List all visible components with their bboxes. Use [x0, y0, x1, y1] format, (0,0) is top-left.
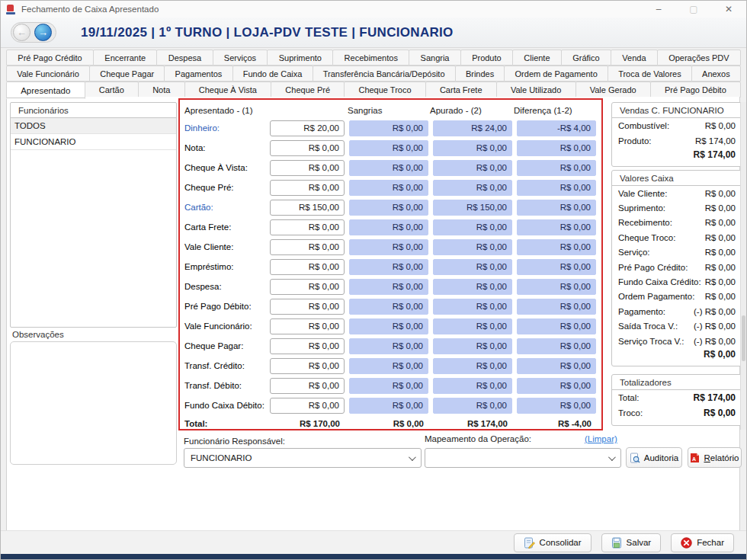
tab-pre-pago-debito[interactable]: Pré Pago Débito — [650, 82, 741, 98]
panel-row-cheque-troco: Cheque Troco:R$ 0,00 — [612, 230, 742, 245]
header-bar: ← → 19/11/2025 | 1º TURNO | LOJA-PDV TES… — [1, 18, 746, 48]
apresentado-input[interactable]: R$ 20,00 — [270, 120, 345, 136]
panel-row-label: Recebimento: — [618, 218, 672, 227]
tab-anexos[interactable]: Anexos — [691, 66, 741, 82]
save-icon — [611, 537, 622, 549]
consolidate-button[interactable]: Consolidar — [514, 533, 592, 552]
observations-textarea[interactable] — [10, 341, 177, 465]
document-pencil-icon — [524, 537, 535, 549]
apresentado-input[interactable]: R$ 0,00 — [270, 358, 345, 374]
tab-operacoes-pdv[interactable]: Operações PDV — [657, 50, 741, 66]
tab-apresentado[interactable]: Apresentado — [6, 82, 85, 99]
tab-recebimentos[interactable]: Recebimentos — [332, 50, 409, 66]
tab-produto[interactable]: Produto — [460, 50, 513, 66]
apresentado-input[interactable]: R$ 0,00 — [270, 398, 345, 414]
tab-troca-de-valores[interactable]: Troca de Valores — [608, 66, 692, 82]
clear-mapping-link[interactable]: (Limpar) — [585, 434, 617, 443]
tab-cheque-pre[interactable]: Cheque Pré — [271, 82, 345, 98]
diferenca-cell: R$ 0,00 — [517, 219, 596, 235]
apurado-cell: R$ 0,00 — [433, 378, 512, 394]
sales-panel: Vendas C. FUNCIONARIO Combustível:R$ 0,0… — [611, 102, 742, 167]
tab-row-1: Pré Pago CréditoEncerranteDespesaServiço… — [6, 50, 740, 66]
save-button[interactable]: Salvar — [601, 533, 662, 552]
employee-item-todos[interactable]: TODOS — [11, 118, 176, 134]
apresentado-input[interactable]: R$ 0,00 — [270, 239, 345, 255]
tab-brindes[interactable]: Brindes — [455, 66, 505, 82]
sangrias-cell: R$ 0,00 — [349, 378, 428, 394]
apurado-cell: R$ 0,00 — [433, 219, 512, 235]
nav-forward-icon[interactable]: → — [34, 24, 52, 41]
employees-list-title: Funcionários — [11, 103, 176, 118]
panel-row-ordem-pagamento: Ordem Pagamento:R$ 0,00 — [612, 290, 742, 304]
panel-row-value: R$ 0,00 — [705, 121, 736, 130]
apurado-cell: R$ 0,00 — [433, 140, 512, 156]
apresentado-input[interactable]: R$ 0,00 — [270, 180, 345, 196]
tab-cartao[interactable]: Cartão — [85, 82, 139, 98]
window-bottom-edge — [1, 554, 746, 559]
sangrias-cell: R$ 0,00 — [349, 160, 428, 176]
tab-cheque-a-vista[interactable]: Cheque À Vista — [184, 82, 272, 98]
panel-row-value: R$ 0,00 — [705, 218, 736, 227]
sangrias-cell: R$ 0,00 — [349, 398, 428, 414]
tab-nota[interactable]: Nota — [138, 82, 185, 98]
grid-row-pre-pago-debito: Pré Pago Débito:R$ 0,00R$ 0,00R$ 0,00R$ … — [184, 296, 598, 316]
apresentado-input[interactable]: R$ 150,00 — [270, 200, 345, 216]
consolidate-button-label: Consolidar — [540, 538, 582, 547]
tab-suprimento[interactable]: Suprimento — [267, 50, 333, 66]
close-window-button[interactable]: Fechar — [671, 533, 734, 552]
diferenca-cell: R$ 0,00 — [517, 398, 596, 414]
nav-back-icon[interactable]: ← — [13, 24, 30, 41]
panel-row-pagamento: Pagamento:(-) R$ 0,00 — [612, 304, 742, 318]
mapping-select[interactable] — [425, 448, 621, 468]
grid-row-vale-funcionario: Vale Funcionário:R$ 0,00R$ 0,00R$ 0,00R$… — [184, 316, 598, 336]
tab-carta-frete[interactable]: Carta Frete — [425, 82, 497, 98]
row-label: Cartão: — [184, 203, 270, 212]
panel-row-label: Vale Cliente: — [618, 189, 667, 198]
row-label: Vale Cliente: — [184, 242, 270, 251]
apresentado-input[interactable]: R$ 0,00 — [270, 279, 345, 295]
close-red-icon — [681, 537, 692, 549]
apresentado-input[interactable]: R$ 0,00 — [270, 219, 345, 235]
apresentado-input[interactable]: R$ 0,00 — [270, 378, 345, 394]
pdf-report-icon: A — [690, 453, 700, 463]
apresentado-input[interactable]: R$ 0,00 — [270, 259, 345, 275]
tab-ordem-de-pagamento[interactable]: Ordem de Pagamento — [504, 66, 608, 82]
tab-cheque-pagar[interactable]: Cheque Pagar — [89, 66, 165, 82]
tab-pagamentos[interactable]: Pagamentos — [164, 66, 232, 82]
diferenca-cell: R$ 0,00 — [517, 259, 596, 275]
sangrias-cell: R$ 0,00 — [349, 318, 428, 334]
employee-item-funcionario[interactable]: FUNCIONARIO — [11, 134, 176, 150]
tab-pre-pago-credito[interactable]: Pré Pago Crédito — [6, 50, 94, 66]
sangrias-cell: R$ 0,00 — [349, 219, 428, 235]
tab-vale-funcionario[interactable]: Vale Funcionário — [6, 66, 90, 82]
apresentado-input[interactable]: R$ 0,00 — [270, 299, 345, 315]
tab-sangria[interactable]: Sangria — [409, 50, 461, 66]
apresentado-input[interactable]: R$ 0,00 — [270, 338, 345, 354]
responsible-select[interactable]: FUNCIONARIO — [184, 448, 422, 468]
minimize-button[interactable]: – — [641, 1, 676, 18]
mapping-label: Mapeamento da Operação: — [425, 434, 531, 443]
tab-transferencia-bancaria-deposito[interactable]: Transferência Bancária/Depósito — [313, 66, 456, 82]
tab-encerrante[interactable]: Encerrante — [93, 50, 157, 66]
tab-venda[interactable]: Venda — [611, 50, 658, 66]
apresentado-input[interactable]: R$ 0,00 — [270, 140, 345, 156]
grid-header-apurado: Apurado - (2) — [430, 106, 514, 115]
report-button[interactable]: A Relatório — [688, 447, 742, 468]
panel-row-fundo-caixa-credito: Fundo Caixa Crédito:R$ 0,00 — [612, 274, 742, 289]
responsible-selected-value: FUNCIONARIO — [191, 453, 252, 462]
tab-fundo-de-caixa[interactable]: Fundo de Caixa — [232, 66, 313, 82]
tab-grafico[interactable]: Gráfico — [561, 50, 611, 66]
audit-button[interactable]: Auditoria — [626, 447, 682, 468]
tab-vale-utilizado[interactable]: Vale Utilizado — [496, 82, 576, 98]
tab-cliente[interactable]: Cliente — [512, 50, 562, 66]
tab-vale-gerado[interactable]: Vale Gerado — [575, 82, 651, 98]
tab-cheque-troco[interactable]: Cheque Troco — [344, 82, 425, 98]
tab-servicos[interactable]: Serviços — [213, 50, 268, 66]
close-button[interactable]: ✕ — [711, 1, 746, 18]
apresentado-input[interactable]: R$ 0,00 — [270, 318, 345, 334]
panel-row-label: Saída Troca V.: — [618, 322, 678, 331]
tab-despesa[interactable]: Despesa — [156, 50, 213, 66]
cash-values-total: R$ 0,00 — [612, 348, 742, 360]
panel-row-label: Serviço: — [618, 248, 650, 257]
apresentado-input[interactable]: R$ 0,00 — [270, 160, 345, 176]
